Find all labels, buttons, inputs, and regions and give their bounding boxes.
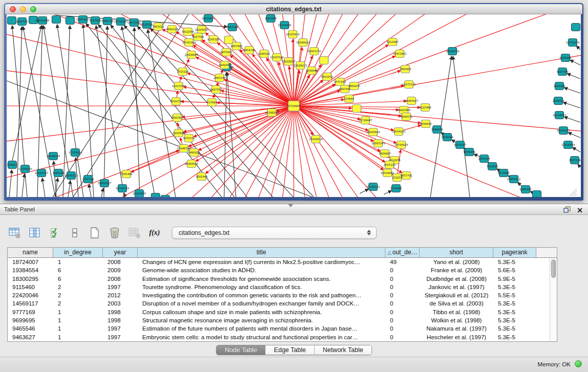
citation-edge-red[interactable] [7,106,294,197]
network-window-titlebar[interactable]: citations_edges.txt [5,4,582,14]
citation-edge-red[interactable] [294,106,532,197]
table-cell[interactable]: 0 [385,316,420,324]
citation-edge-black[interactable] [224,72,227,197]
citation-edge-black[interactable] [7,81,312,197]
network-canvas[interactable]: 1905572206914061095329715276026466160107… [7,14,581,197]
citation-edge-black[interactable] [567,74,580,79]
citation-edge-black[interactable] [68,181,71,197]
graph-node-teal[interactable] [161,195,170,198]
citation-edge-black[interactable] [22,174,25,197]
table-cell[interactable]: 6 [53,275,103,283]
close-window-button[interactable] [10,6,16,12]
graph-node-teal[interactable] [52,16,61,24]
table-cell[interactable]: 0 [385,291,420,299]
table-selector-combobox[interactable]: citations_edges.txt [172,227,377,239]
table-row[interactable]: 946362711997Embryonic stem cells: a mode… [8,333,557,341]
citation-edge-red[interactable] [294,14,581,106]
table-cell[interactable]: 5.3E-5 [493,299,536,308]
citation-edge-black[interactable] [96,26,124,197]
citation-edge-red[interactable] [7,106,294,197]
table-cell[interactable]: 1997 [103,283,138,291]
table-cell[interactable]: Dudbridge et al. (2008) [420,275,493,283]
table-cell[interactable]: 2 [53,299,103,308]
table-cell[interactable]: Jankovic et al. (1997) [420,283,493,291]
graph-node-yellow[interactable] [353,105,361,113]
table-cell[interactable]: Disruption of a novel member of a sodium… [138,299,385,308]
table-row[interactable]: 1830029562008Estimation of significance … [8,275,557,283]
table-cell[interactable]: 1 [53,308,103,316]
canvas-resize-grip-icon[interactable] [575,194,577,196]
citation-edge-red[interactable] [294,45,388,106]
citation-edge-black[interactable] [568,133,580,138]
citation-edge-red[interactable] [194,106,294,137]
table-row[interactable]: 911546021997Tourette syndrome. Phenomeno… [8,283,557,291]
table-cell[interactable]: Nakamura et al. (1997) [420,324,493,333]
graph-node-teal[interactable] [533,191,541,198]
graph-node-yellow[interactable] [320,57,329,64]
table-cell[interactable]: Tibbo et al. (1998) [420,308,493,316]
table-row[interactable]: 1938455462009Genome-wide association stu… [8,266,557,274]
citation-edge-red[interactable] [294,14,581,106]
citation-edge-red[interactable] [294,14,581,106]
table-cell[interactable]: Stergiakouli et al. (2012) [420,291,493,299]
citation-edge-black[interactable] [563,102,580,108]
table-cell[interactable]: 0 [385,333,420,341]
canvas-resize-grip-icon[interactable] [572,191,577,196]
table-cell[interactable]: Estimation of significance thresholds fo… [138,275,385,283]
citation-edge-black[interactable] [573,147,580,152]
select-rows-check-icon[interactable] [48,226,61,239]
table-cell[interactable]: Yano et al. (2008) [420,258,493,266]
tab-network-table[interactable]: Network Table [314,345,372,355]
table-cell[interactable]: 5.9E-5 [493,275,536,283]
citation-edge-black[interactable] [570,60,580,65]
citation-edge-black[interactable] [89,184,91,197]
column-header-short[interactable]: short [420,248,493,257]
table-scrollbar[interactable] [550,258,557,341]
graph-node-teal[interactable] [8,17,16,25]
table-cell[interactable]: 5.3E-5 [493,333,536,341]
function-builder-icon[interactable]: f(x) [148,226,161,239]
tab-node-table[interactable]: Node Table [216,345,265,355]
table-row[interactable]: 946554611997Estimation of the future num… [8,324,557,333]
citation-edge-red[interactable] [7,106,294,197]
table-settings-icon[interactable] [8,226,21,239]
graph-node-teal[interactable] [151,193,160,198]
node-table[interactable]: namein_degreeyeartitle△out_de…shortpager… [7,247,557,342]
table-cell[interactable]: 22420046 [8,291,53,299]
table-cell[interactable]: 6 [53,266,103,274]
citation-edge-black[interactable] [101,188,103,197]
table-cell[interactable]: 5.5E-5 [493,291,536,299]
table-cell[interactable]: 18300295 [8,275,53,283]
citation-edge-red[interactable] [7,106,294,187]
table-cell[interactable]: 1998 [103,316,138,324]
citation-edge-red[interactable] [294,14,581,106]
graph-node-yellow[interactable] [225,36,233,44]
table-cell[interactable]: 0 [385,266,420,274]
table-cell[interactable]: Estimation of the future numbers of pati… [138,324,385,333]
table-cell[interactable]: 5.3E-5 [493,316,536,324]
citation-edge-black[interactable] [564,87,580,93]
table-cell[interactable]: 5.3E-5 [493,258,536,266]
citation-edge-red[interactable] [7,106,294,197]
table-cell[interactable]: Hescheler et al. (1997) [420,333,493,341]
graph-node-teal[interactable] [66,17,75,25]
column-header-out_de[interactable]: △out_de… [385,248,420,257]
citation-edge-red[interactable] [294,14,532,106]
table-cell[interactable]: Corpus callosum shape and size in male p… [138,308,385,316]
column-header-year[interactable]: year [103,248,138,257]
citation-edge-black[interactable] [384,190,391,194]
memory-status-indicator[interactable] [575,360,582,367]
table-cell[interactable]: 0 [385,299,420,308]
citation-edge-red[interactable] [294,14,581,106]
citation-edge-black[interactable] [42,178,45,197]
table-cell[interactable]: 5.3E-5 [493,324,536,333]
table-scrollbar-thumb[interactable] [551,259,556,278]
table-cell[interactable]: 5.3E-5 [493,283,536,291]
table-cell[interactable]: Genome-wide association studies in ADHD. [138,266,385,274]
table-cell[interactable]: 19384554 [8,266,53,274]
table-panel-header[interactable]: Table Panel ✕ [0,204,588,215]
tab-edge-table[interactable]: Edge Table [265,345,314,355]
column-header-title[interactable]: title [138,248,385,257]
table-cell[interactable]: 0 [385,324,420,333]
citation-edge-black[interactable] [576,46,580,50]
